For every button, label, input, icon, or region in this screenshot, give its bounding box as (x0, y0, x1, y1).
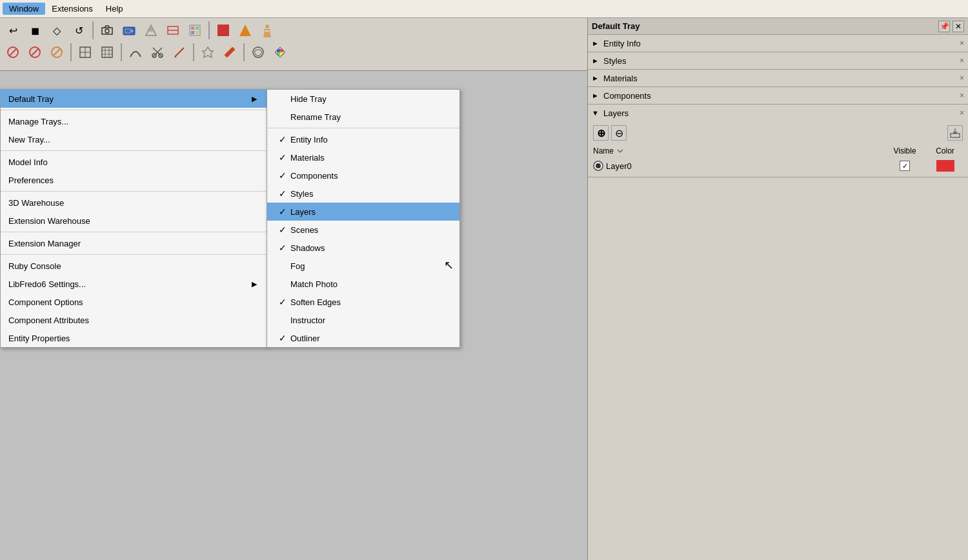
manage-trays-item[interactable]: Manage Trays... (1, 112, 267, 130)
styles-sub-item[interactable]: ✓ Styles (267, 185, 459, 203)
components-close[interactable]: × (960, 91, 964, 100)
components-sub-label: Components (290, 171, 338, 181)
shadows-sub-label: Shadows (290, 243, 325, 253)
entity-properties-item[interactable]: Entity Properties (1, 329, 267, 347)
entity-info-header[interactable]: ► Entity Info × (588, 35, 968, 52)
sep3 (70, 43, 72, 61)
hide-tray-item[interactable]: Hide Tray (267, 90, 459, 108)
tool-component[interactable]: ◇ (46, 20, 67, 41)
entity-info-sub-item[interactable]: ✓ Entity Info (267, 130, 459, 148)
add-layer-button[interactable]: ⊕ (593, 125, 609, 141)
entity-info-close[interactable]: × (960, 39, 964, 48)
components-arrow: ► (592, 92, 600, 99)
preferences-item[interactable]: Preferences (1, 171, 267, 189)
fog-sub-item[interactable]: Fog (267, 257, 459, 275)
shadows-sub-item[interactable]: ✓ Shadows (267, 239, 459, 257)
sep2 (208, 21, 210, 39)
new-tray-item[interactable]: New Tray... (1, 130, 267, 148)
instructor-sub-label: Instructor (290, 315, 325, 325)
component-options-item[interactable]: Component Options (1, 293, 267, 311)
layer-color-swatch[interactable] (927, 160, 963, 172)
match-photo-sub-item[interactable]: Match Photo (267, 275, 459, 293)
tool-no1[interactable] (3, 42, 23, 63)
menu-bar: Window Extensions Help (0, 0, 968, 18)
model-info-item[interactable]: Model Info (1, 153, 267, 171)
tool-camera[interactable] (97, 20, 117, 41)
tray-pin-button[interactable]: 📌 (938, 21, 950, 32)
tool-grid1[interactable] (75, 42, 96, 63)
materials-close[interactable]: × (960, 74, 964, 83)
soften-edges-sub-label: Soften Edges (290, 297, 341, 307)
3d-warehouse-item[interactable]: 3D Warehouse (1, 194, 267, 212)
layers-sub-item[interactable]: ✓ Layers (267, 203, 459, 221)
ruby-console-item[interactable]: Ruby Console (1, 257, 267, 275)
tool-scissors[interactable] (147, 42, 168, 63)
window-menu-item[interactable]: Window (3, 3, 45, 15)
tool-person[interactable] (257, 20, 277, 41)
extension-warehouse-label: Extension Warehouse (8, 216, 90, 226)
separator-2 (1, 150, 267, 151)
visible-checkbox[interactable]: ✓ (900, 161, 910, 171)
soften-edges-sub-item[interactable]: ✓ Soften Edges (267, 293, 459, 311)
svg-rect-25 (102, 47, 112, 57)
default-tray-menu-item[interactable]: Default Tray ▶ (1, 90, 267, 108)
svg-line-19 (31, 48, 39, 56)
entity-properties-label: Entity Properties (8, 334, 70, 343)
export-layers-button[interactable] (947, 125, 963, 141)
tool-stamp[interactable] (197, 42, 218, 63)
tool-solid-red[interactable] (213, 20, 234, 41)
window-menu-dropdown: Default Tray ▶ Manage Trays... New Tray.… (0, 89, 268, 348)
outliner-sub-item[interactable]: ✓ Outliner (267, 329, 459, 347)
tool-look-around[interactable] (119, 20, 139, 41)
instructor-sub-item[interactable]: Instructor (267, 311, 459, 329)
tool-color-wheel[interactable] (270, 42, 290, 63)
svg-rect-41 (951, 134, 960, 137)
extensions-menu-item[interactable]: Extensions (45, 3, 99, 15)
components-sub-item[interactable]: ✓ Components (267, 166, 459, 185)
color-column-header: Color (927, 146, 963, 155)
separator-4 (1, 232, 267, 232)
layers-check: ✓ (275, 206, 290, 217)
layer-row[interactable]: Layer0 ✓ (590, 157, 965, 174)
tool-dimensions[interactable] (185, 20, 205, 41)
scenes-sub-item[interactable]: ✓ Scenes (267, 221, 459, 239)
entity-info-title: Entity Info (603, 39, 641, 48)
tool-grid2[interactable] (97, 42, 117, 63)
styles-header[interactable]: ► Styles × (588, 52, 968, 69)
tool-walk[interactable] (141, 20, 161, 41)
tool-curve[interactable] (125, 42, 146, 63)
styles-close[interactable]: × (960, 56, 964, 65)
materials-sub-item[interactable]: ✓ Materials (267, 148, 459, 166)
tool-pencil[interactable] (169, 42, 190, 63)
materials-header[interactable]: ► Materials × (588, 70, 968, 86)
tool-select[interactable]: ◼ (25, 20, 45, 41)
layers-arrow: ▼ (592, 109, 600, 117)
tool-section[interactable] (163, 20, 183, 41)
color-swatch[interactable] (936, 160, 954, 172)
rename-tray-item[interactable]: Rename Tray (267, 108, 459, 126)
tool-no2[interactable] (25, 42, 45, 63)
layers-header[interactable]: ▼ Layers × (588, 105, 968, 121)
tool-undo[interactable]: ↩ (3, 20, 23, 41)
component-attributes-item[interactable]: Component Attributes (1, 311, 267, 329)
extension-warehouse-item[interactable]: Extension Warehouse (1, 212, 267, 230)
entity-info-arrow: ► (592, 39, 600, 47)
tool-rotate[interactable]: ↺ (68, 20, 89, 41)
tool-orange[interactable] (235, 20, 256, 41)
libfredo6-item[interactable]: LibFredo6 Settings... ▶ (1, 275, 267, 293)
tool-palette[interactable] (248, 42, 268, 63)
scenes-check: ✓ (275, 225, 290, 235)
layer-visible-checkbox[interactable]: ✓ (882, 161, 927, 171)
tool-pencil2[interactable] (219, 42, 240, 63)
layer-active-radio[interactable] (593, 161, 603, 171)
default-tray-submenu: Hide Tray Rename Tray ✓ Entity Info ✓ Ma… (267, 89, 460, 348)
extension-manager-item[interactable]: Extension Manager (1, 234, 267, 252)
layers-close[interactable]: × (960, 108, 964, 117)
tray-close-button[interactable]: ✕ (953, 21, 964, 32)
components-header[interactable]: ► Components × (588, 87, 968, 104)
styles-section: ► Styles × (588, 52, 968, 70)
styles-sub-label: Styles (290, 189, 313, 199)
help-menu-item[interactable]: Help (99, 3, 130, 15)
remove-layer-button[interactable]: ⊖ (611, 125, 627, 141)
tool-no3[interactable] (46, 42, 67, 63)
